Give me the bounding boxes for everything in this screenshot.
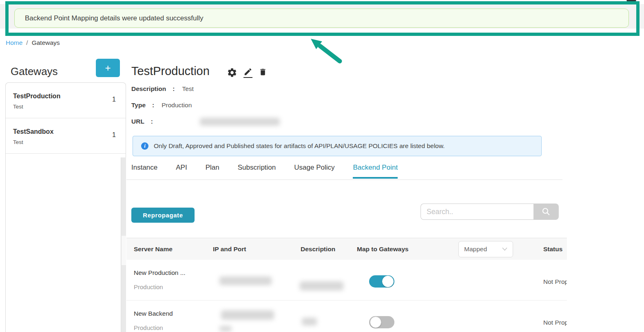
server-type: Production bbox=[134, 283, 213, 290]
gateway-count-badge: 1 bbox=[112, 131, 116, 139]
delete-gateway-button[interactable] bbox=[259, 67, 267, 77]
map-to-gateway-toggle[interactable] bbox=[369, 275, 394, 288]
tab-backend-point[interactable]: Backend Point bbox=[353, 164, 398, 179]
cropped-avatar-icon[interactable] bbox=[626, 0, 636, 4]
toggle-knob bbox=[370, 317, 381, 328]
redacted-ip-and-port bbox=[219, 277, 272, 285]
field-url: URL: bbox=[131, 118, 160, 125]
info-banner: i Only Draft, Approved and Published sta… bbox=[133, 136, 542, 156]
field-label: Type bbox=[131, 102, 146, 108]
annotation-arrow-icon bbox=[300, 36, 345, 66]
gateway-settings-button[interactable] bbox=[227, 67, 237, 78]
page-title: TestProduction bbox=[131, 64, 210, 78]
server-type: Production bbox=[134, 324, 213, 331]
sidebar-scrollbar[interactable] bbox=[121, 157, 126, 332]
toggle-knob bbox=[382, 276, 394, 287]
detail-tabs: Instance API Plan Subscription Usage Pol… bbox=[131, 164, 398, 179]
mapped-filter-value: Mapped bbox=[464, 246, 487, 253]
tab-usage-policy[interactable]: Usage Policy bbox=[294, 164, 334, 179]
mapped-filter-dropdown[interactable]: Mapped bbox=[458, 241, 513, 257]
gateway-list-item-testproduction[interactable]: TestProduction Test 1 bbox=[6, 83, 126, 118]
table-row: New Backend Production Not Propagated bbox=[126, 301, 567, 332]
gateway-description: Test bbox=[13, 139, 118, 145]
field-type: Type:Production bbox=[131, 102, 192, 109]
success-toast: Backend Point Mapping details were updat… bbox=[14, 9, 629, 28]
sidebar-title: Gateways bbox=[11, 65, 58, 78]
breadcrumb-separator: / bbox=[26, 39, 28, 46]
breadcrumb-home-link[interactable]: Home bbox=[6, 39, 22, 46]
field-description: Description:Test bbox=[131, 85, 194, 93]
redacted-ip-and-port bbox=[221, 310, 274, 320]
redacted-description bbox=[300, 281, 343, 290]
search-button[interactable] bbox=[533, 204, 559, 220]
trash-icon bbox=[259, 67, 267, 77]
server-name: New Backend bbox=[134, 310, 213, 317]
field-colon: : bbox=[152, 102, 154, 108]
field-value: Production bbox=[162, 102, 192, 108]
field-colon: : bbox=[151, 118, 153, 125]
search-input[interactable] bbox=[420, 204, 533, 220]
tabs-divider bbox=[126, 179, 562, 180]
tab-plan[interactable]: Plan bbox=[206, 164, 219, 179]
search-group bbox=[420, 204, 559, 220]
table-row: New Production ... Production Not Propag… bbox=[126, 260, 567, 301]
tab-subscription[interactable]: Subscription bbox=[238, 164, 276, 179]
field-value: Test bbox=[182, 85, 193, 92]
status-value: Not Propagated bbox=[538, 301, 567, 332]
gateway-name: TestProduction bbox=[13, 93, 118, 100]
gateway-description: Test bbox=[13, 104, 118, 110]
redacted-description bbox=[302, 318, 317, 325]
description-cell bbox=[301, 260, 357, 300]
field-label: URL bbox=[131, 118, 144, 125]
redacted-ip-and-port bbox=[219, 326, 232, 332]
tab-instance[interactable]: Instance bbox=[131, 164, 157, 179]
magnifier-icon bbox=[542, 207, 551, 216]
add-gateway-button[interactable]: + bbox=[96, 59, 120, 77]
gateway-list-item-testsandbox[interactable]: TestSandbox Test 1 bbox=[6, 118, 126, 154]
column-header-description: Description bbox=[301, 246, 357, 253]
edit-gateway-button[interactable] bbox=[243, 67, 252, 78]
map-to-gateway-toggle[interactable] bbox=[369, 316, 394, 328]
title-action-buttons bbox=[227, 67, 267, 78]
server-name: New Production ... bbox=[134, 269, 213, 277]
info-banner-text: Only Draft, Approved and Published state… bbox=[154, 142, 445, 150]
toast-message: Backend Point Mapping details were updat… bbox=[25, 14, 204, 22]
table-header-row: Server Name IP and Port Description Map … bbox=[126, 238, 567, 260]
edit-pencil-icon bbox=[243, 67, 252, 76]
column-header-ip-and-port: IP and Port bbox=[213, 246, 301, 253]
description-cell bbox=[301, 301, 357, 332]
sidebar-scrollbar-thumb[interactable] bbox=[122, 236, 126, 265]
breadcrumb: Home / Gateways bbox=[6, 39, 60, 46]
column-header-map-to-gateways: Map to Gateways bbox=[357, 246, 453, 253]
column-header-server-name: Server Name bbox=[126, 246, 213, 253]
backend-point-table: Server Name IP and Port Description Map … bbox=[126, 238, 567, 332]
gear-icon bbox=[227, 67, 237, 78]
status-value: Not Propagated bbox=[538, 260, 567, 300]
info-icon: i bbox=[141, 142, 148, 150]
redacted-url-value bbox=[200, 118, 280, 126]
gateway-count-badge: 1 bbox=[112, 96, 116, 103]
gateway-list: TestProduction Test 1 TestSandbox Test 1 bbox=[5, 82, 126, 332]
breadcrumb-current: Gateways bbox=[32, 39, 60, 46]
repropagate-button[interactable]: Repropagate bbox=[131, 208, 195, 223]
chevron-down-icon bbox=[502, 247, 507, 251]
field-colon: : bbox=[173, 85, 175, 92]
field-label: Description bbox=[131, 85, 166, 92]
gateway-name: TestSandbox bbox=[13, 128, 118, 135]
edit-underline bbox=[243, 77, 252, 78]
column-header-status: Status bbox=[538, 246, 567, 253]
tab-api[interactable]: API bbox=[176, 164, 187, 179]
